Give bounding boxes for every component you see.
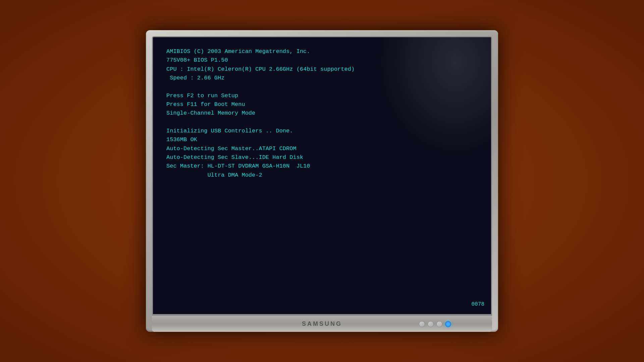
bios-text-line: 775V08+ BIOS P1.50 <box>166 56 478 65</box>
monitor: AMIBIOS (C) 2003 American Megatrends, In… <box>146 30 498 332</box>
bios-screen: AMIBIOS (C) 2003 American Megatrends, In… <box>153 37 491 314</box>
post-code: 0078 <box>472 300 484 309</box>
bios-text-line: Ultra DMA Mode-2 <box>166 171 478 180</box>
bios-text-line: Single-Channel Memory Mode <box>166 109 478 118</box>
monitor-controls <box>419 321 451 327</box>
bios-text-line: Press F11 for Boot Menu <box>166 100 478 109</box>
bios-text-line: Speed : 2.66 GHz <box>166 74 478 82</box>
bios-text-line <box>166 82 478 91</box>
bios-text-line: Sec Master: HL-DT-ST DVDRAM GSA-H10N JL1… <box>166 162 478 171</box>
bios-text-line: Auto-Detecting Sec Slave...IDE Hard Disk <box>166 153 478 162</box>
monitor-power-button[interactable] <box>445 321 451 327</box>
monitor-button-3[interactable] <box>436 321 442 327</box>
bios-text-line: Auto-Detecting Sec Master..ATAPI CDROM <box>166 144 478 153</box>
bios-text-line: Initializing USB Controllers .. Done. <box>166 127 478 135</box>
monitor-button-2[interactable] <box>428 321 434 327</box>
bios-text-line: AMIBIOS (C) 2003 American Megatrends, In… <box>166 47 478 56</box>
bios-text-line <box>166 118 478 127</box>
monitor-button-1[interactable] <box>419 321 425 327</box>
bios-text-line: 1536MB OK <box>166 135 478 144</box>
bios-text-line: Press F2 to run Setup <box>166 92 478 100</box>
bios-text-line: CPU : Intel(R) Celeron(R) CPU 2.66GHz (6… <box>166 65 478 74</box>
screen-bezel: AMIBIOS (C) 2003 American Megatrends, In… <box>152 36 492 315</box>
monitor-brand-label: SAMSUNG <box>302 320 342 327</box>
monitor-base: SAMSUNG <box>152 315 492 332</box>
